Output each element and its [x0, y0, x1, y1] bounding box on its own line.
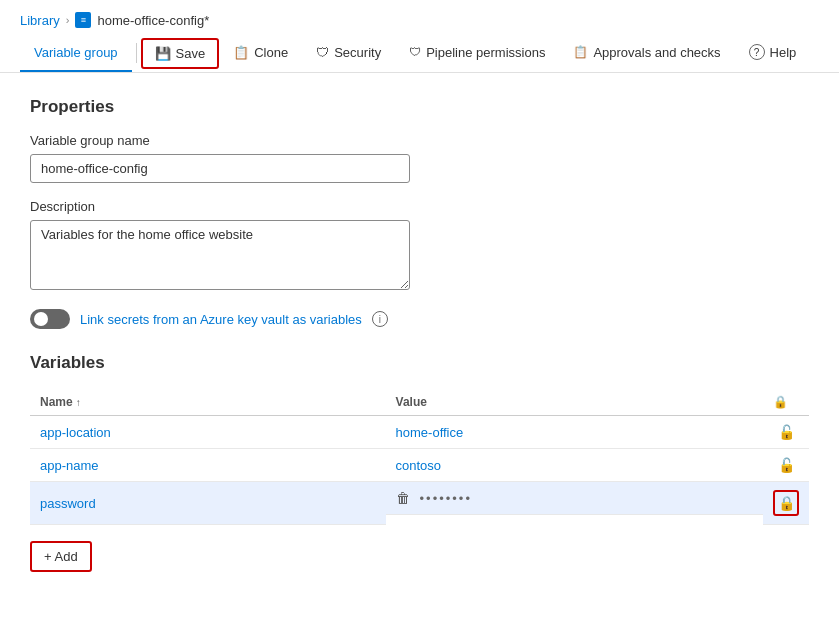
lock-header-icon: 🔒 [773, 395, 788, 409]
tab-clone[interactable]: 📋 Clone [219, 35, 302, 72]
var-name[interactable]: app-location [40, 425, 111, 440]
save-button[interactable]: 💾 Save [141, 38, 220, 69]
tab-security[interactable]: 🛡 Security [302, 35, 395, 72]
name-field-group: Variable group name [30, 133, 809, 183]
properties-title: Properties [30, 97, 809, 117]
var-name-cell: password [30, 482, 386, 525]
table-row: app-location home-office 🔓 [30, 416, 809, 449]
help-icon: ? [749, 44, 765, 60]
var-value[interactable]: contoso [396, 458, 442, 473]
tab-pipeline-permissions[interactable]: 🛡 Pipeline permissions [395, 35, 559, 72]
var-name-cell: app-location [30, 416, 386, 449]
tab-variable-group[interactable]: Variable group [20, 35, 132, 72]
tab-help[interactable]: ? Help [735, 34, 811, 72]
description-input[interactable]: Variables for the home office website [30, 220, 410, 290]
var-secret-value[interactable]: •••••••• [420, 491, 472, 506]
col-header-name: Name ↑ [30, 389, 386, 416]
var-name[interactable]: password [40, 496, 96, 511]
shield-icon: 🛡 [316, 45, 329, 60]
security-label: Security [334, 45, 381, 60]
clone-icon: 📋 [233, 45, 249, 60]
var-name-cell: app-name [30, 449, 386, 482]
variables-section: Variables Name ↑ Value 🔒 [30, 353, 809, 572]
config-name: home-office-config* [97, 13, 209, 28]
breadcrumb-chevron: › [66, 14, 70, 26]
main-content: Properties Variable group name Descripti… [0, 73, 839, 596]
var-lock-cell: 🔓 [763, 449, 809, 482]
name-label: Variable group name [30, 133, 809, 148]
col-header-value: Value [386, 389, 763, 416]
var-value-cell: home-office [386, 416, 763, 449]
description-field-group: Description Variables for the home offic… [30, 199, 809, 293]
help-label: Help [770, 45, 797, 60]
save-icon: 💾 [155, 46, 171, 61]
add-label: + Add [44, 549, 78, 564]
pipeline-icon: 🛡 [409, 45, 421, 59]
var-lock-cell: 🔒 [763, 482, 809, 525]
lock-button[interactable]: 🔒 [773, 490, 799, 516]
library-link[interactable]: Library [20, 13, 60, 28]
properties-section: Properties Variable group name Descripti… [30, 97, 809, 329]
table-row: app-name contoso 🔓 [30, 449, 809, 482]
toolbar-divider [136, 43, 137, 63]
info-icon[interactable]: i [372, 311, 388, 327]
variables-table: Name ↑ Value 🔒 app-location [30, 389, 809, 525]
var-name[interactable]: app-name [40, 458, 99, 473]
lock-icon[interactable]: 🔓 [778, 424, 795, 440]
save-label: Save [176, 46, 206, 61]
keyvault-toggle[interactable] [30, 309, 70, 329]
breadcrumb: Library › ≡ home-office-config* [0, 0, 839, 34]
var-value[interactable]: home-office [396, 425, 464, 440]
var-value-cell: contoso [386, 449, 763, 482]
keyvault-label[interactable]: Link secrets from an Azure key vault as … [80, 312, 362, 327]
lock-icon[interactable]: 🔓 [778, 457, 795, 473]
var-value-cell: 🗑 •••••••• [386, 482, 763, 515]
sort-arrow: ↑ [76, 397, 81, 408]
add-button[interactable]: + Add [30, 541, 92, 572]
col-header-lock: 🔒 [763, 389, 809, 416]
table-header-row: Name ↑ Value 🔒 [30, 389, 809, 416]
config-icon: ≡ [75, 12, 91, 28]
toolbar: Variable group 💾 Save 📋 Clone 🛡 Security… [0, 34, 839, 73]
pipeline-label: Pipeline permissions [426, 45, 545, 60]
table-row: password 🗑 •••••••• 🔒 [30, 482, 809, 525]
var-lock-cell: 🔓 [763, 416, 809, 449]
name-input[interactable] [30, 154, 410, 183]
delete-icon[interactable]: 🗑 [396, 490, 410, 506]
description-label: Description [30, 199, 809, 214]
keyvault-toggle-row: Link secrets from an Azure key vault as … [30, 309, 809, 329]
approvals-icon: 📋 [573, 45, 588, 59]
approvals-label: Approvals and checks [593, 45, 720, 60]
variables-title: Variables [30, 353, 809, 373]
clone-label: Clone [254, 45, 288, 60]
tab-approvals-checks[interactable]: 📋 Approvals and checks [559, 35, 734, 72]
name-sort[interactable]: Name ↑ [40, 395, 81, 409]
